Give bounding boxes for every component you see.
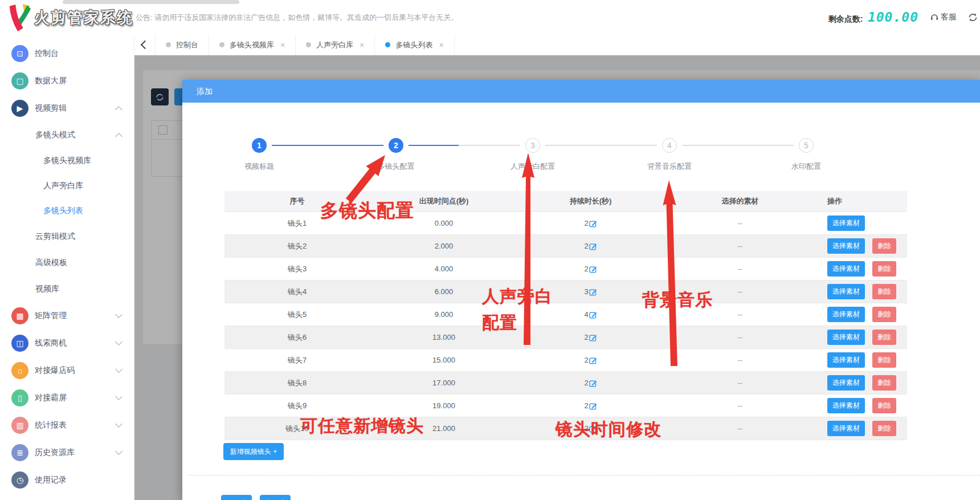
edit-duration-icon[interactable] [589, 356, 597, 364]
step-label: 多镜头配置 [378, 161, 415, 172]
select-material-button[interactable]: 选择素材 [827, 330, 865, 344]
step-number: 3 [525, 138, 540, 153]
sidebar-item[interactable]: 人声旁白库 [0, 173, 134, 198]
shot-start-time: 17.000 [370, 379, 518, 387]
edit-duration-icon[interactable] [589, 219, 597, 227]
tab-status-dot-icon [219, 42, 224, 47]
select-material-button[interactable]: 选择素材 [827, 284, 865, 299]
tab-status-dot-icon [306, 42, 311, 47]
edit-duration-icon[interactable] [589, 402, 597, 410]
shop-icon: ⌂ [11, 362, 28, 379]
delete-shot-button[interactable]: 删除 [872, 398, 896, 413]
edit-duration-icon[interactable] [589, 265, 597, 273]
delete-shot-button[interactable]: 删除 [872, 238, 896, 253]
sidebar-item[interactable]: ⊡ 控制台 [0, 40, 134, 67]
sidebar-item[interactable]: ▥ 统计报表 [0, 412, 134, 439]
sidebar-item[interactable]: 视频库 [0, 276, 134, 302]
delete-shot-button[interactable]: 删除 [872, 352, 896, 367]
sidebar-item[interactable]: 云剪辑模式 [0, 223, 134, 250]
sidebar-item[interactable]: ◷ 使用记录 [0, 466, 134, 494]
step-label: 人声旁白配置 [511, 161, 555, 172]
sidebar-item[interactable]: ◫ 线索商机 [0, 330, 134, 357]
tab-item[interactable]: 多镜头列表 × [375, 34, 454, 55]
delete-shot-button[interactable]: 删除 [872, 421, 896, 436]
table-row: 镜头3 4.000 2 -- [224, 258, 907, 281]
step-number: 5 [799, 138, 814, 153]
sidebar-item-label: 对接霸屏 [35, 393, 67, 403]
select-material-button[interactable]: 选择素材 [827, 398, 865, 413]
shot-material: -- [663, 356, 817, 364]
delete-shot-button[interactable]: 删除 [872, 375, 896, 390]
select-material-button[interactable]: 选择素材 [827, 307, 865, 322]
delete-shot-button[interactable]: 删除 [872, 330, 896, 344]
tab-close-icon[interactable]: × [439, 40, 443, 50]
delete-shot-button[interactable]: 删除 [872, 284, 896, 299]
add-shot-button[interactable]: 新增视频镜头 + [223, 443, 284, 460]
dialog-body: 1 视频标题 2 多镜头配置 3 人声旁白配置 4 [182, 103, 980, 500]
chevron-icon [115, 393, 122, 400]
dashboard-icon: ⊡ [11, 45, 28, 62]
select-material-button[interactable]: 选择素材 [827, 352, 865, 367]
sidebar-item[interactable]: ▶ 视频剪辑 [0, 95, 134, 122]
edit-duration-icon[interactable] [589, 242, 597, 250]
delete-shot-button[interactable]: 删除 [872, 261, 896, 276]
wizard-step: 3 人声旁白配置 [464, 138, 601, 172]
tab-item[interactable]: 多镜头视频库 × [209, 34, 296, 55]
sidebar-item[interactable]: 多镜头模式 [0, 122, 134, 148]
tab-close-icon[interactable]: × [280, 40, 285, 50]
history-icon: ≣ [11, 444, 28, 461]
edit-duration-icon[interactable] [589, 334, 597, 342]
service-label: 客服 [941, 12, 957, 22]
tab-label: 多镜头视频库 [230, 40, 274, 50]
add-dialog: 添加 1 视频标题 2 多镜头配置 3 人声旁白配置 [182, 80, 980, 500]
shot-name: 镜头1 [224, 218, 370, 229]
sidebar-item[interactable]: ▢ 数据大屏 [0, 67, 134, 95]
col-header-start: 出现时间点(秒) [370, 196, 518, 206]
customer-service-button[interactable]: 客服 [930, 12, 957, 22]
refresh-page-button[interactable] [968, 13, 978, 22]
sidebar-item[interactable]: ≣ 历史资源库 [0, 439, 134, 466]
leads-icon: ◫ [11, 335, 28, 352]
sidebar-item-label: 高级模板 [35, 258, 67, 268]
select-material-button[interactable]: 选择素材 [827, 216, 865, 230]
tab-item[interactable]: 控制台 [156, 34, 209, 55]
shot-name: 镜头2 [224, 241, 370, 251]
select-material-button[interactable]: 选择素材 [827, 238, 865, 253]
edit-duration-icon[interactable] [589, 379, 597, 387]
select-material-button[interactable]: 选择素材 [827, 261, 865, 276]
shot-start-time: 4.000 [370, 265, 518, 273]
video-icon: ▶ [11, 100, 28, 117]
table-row: 镜头6 13.000 2 -- [224, 326, 907, 349]
announcement-text: 公告: 请勿用于违反国家法律的非法广告信息，如色情，赌博等。其造成的一切后果与本… [136, 13, 458, 23]
next-step-button[interactable]: 下一步 [221, 495, 252, 500]
step-label: 视频标题 [244, 161, 274, 172]
tab-item[interactable]: 人声旁白库 × [296, 34, 375, 55]
screen-icon: ▯ [11, 389, 28, 406]
delete-shot-button[interactable]: 删除 [872, 307, 896, 322]
select-material-button[interactable]: 选择素材 [827, 421, 865, 436]
select-material-button[interactable]: 选择素材 [827, 375, 865, 390]
sidebar-item[interactable]: ▦ 矩阵管理 [0, 302, 134, 330]
edit-duration-icon[interactable] [589, 311, 597, 319]
sidebar-item[interactable]: 高级模板 [0, 250, 134, 276]
sidebar-item[interactable]: ⌂ 对接爆店码 [0, 357, 134, 384]
sidebar-nav: ⊡ 控制台 ▢ 数据大屏 ▶ 视频剪辑 多镜头模式 多镜头视频库 [0, 34, 134, 500]
tab-status-dot-icon [166, 42, 171, 47]
sidebar-item[interactable]: ▯ 对接霸屏 [0, 384, 134, 412]
shot-material: -- [663, 287, 817, 296]
table-row: 镜头9 19.000 2 -- [224, 395, 907, 417]
edit-duration-icon[interactable] [589, 288, 597, 296]
tab-label: 多镜头列表 [395, 40, 432, 50]
col-header-index: 序号 [224, 196, 370, 206]
table-header: 序号 出现时间点(秒) 持续时长(秒) 选择的素材 操作 [224, 191, 907, 212]
sidebar-item[interactable]: 多镜头视频库 [0, 148, 134, 173]
prev-step-button[interactable]: 上一步 [260, 495, 291, 500]
sidebar-item-label: 多镜头模式 [35, 130, 75, 140]
matrix-icon: ▦ [11, 307, 28, 324]
tab-close-icon[interactable]: × [360, 40, 364, 50]
tabs-scroll-left-button[interactable] [134, 34, 156, 55]
table-row: 镜头7 15.000 2 -- [224, 349, 907, 372]
sidebar-item[interactable]: 多镜头列表 [0, 198, 134, 223]
edit-duration-icon[interactable] [589, 425, 597, 433]
shot-duration: 2 [584, 333, 588, 342]
